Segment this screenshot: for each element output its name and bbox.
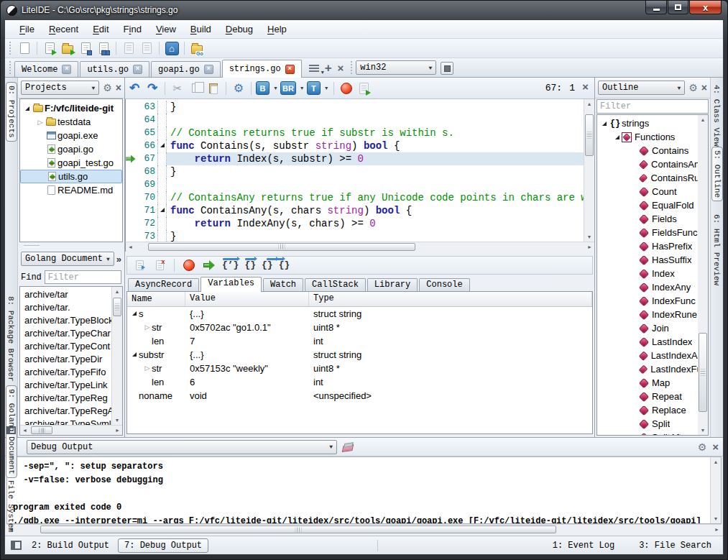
build-run-button[interactable]: BR [280,81,296,95]
panel-splitter[interactable] [18,242,124,249]
outline-item[interactable]: IndexAny [597,280,698,294]
tree-item[interactable]: F:/vfc/liteide-git [20,101,122,115]
outline-item[interactable]: Repeat [597,390,698,403]
outline-item[interactable]: FieldsFunc [597,226,698,239]
tab-close-icon[interactable]: × [285,65,295,74]
run-to-line-button[interactable]: {} [278,260,291,270]
debug-clear-button[interactable]: x [152,257,167,273]
outline-group-functions[interactable]: Functions [597,130,698,144]
variables-row[interactable]: ▷str0x57153c "weekly"uint8 * [127,362,592,375]
outline-gear-icon[interactable]: ⚙ [688,83,698,93]
list-item[interactable]: archive/tar.TypeReg [20,392,111,405]
titlebar[interactable]: LiteIDE - C:\Go\src\pkg\strings\strings.… [1,1,727,19]
scroll-left-icon[interactable]: ◄ [126,242,135,252]
scroll-left-icon[interactable]: ◄ [20,426,29,435]
debug-tab-asyncrecord[interactable]: AsyncRecord [128,278,199,291]
status-1-event-log[interactable]: 1: Event Log [547,539,620,552]
list-item[interactable]: archive/tar.TypeFifo [20,366,111,379]
outline-item[interactable]: Map [597,376,698,390]
code-editor[interactable]: 63}6465// Contains returns true if subst… [126,99,584,242]
editor-close-icon[interactable]: × [582,83,589,93]
new-file-button[interactable] [17,40,32,56]
expander-closed-icon[interactable]: ▷ [143,323,152,331]
fold-column[interactable] [157,178,167,191]
outline-item[interactable]: HasSuffix [597,253,698,267]
outline-close-icon[interactable]: × [701,83,707,93]
outline-item[interactable]: LastIndexFunc [597,362,698,376]
fold-column[interactable] [157,101,167,114]
list-item[interactable]: archive/tar. [20,301,111,314]
tree-item[interactable]: goapi_test.go [20,156,122,170]
open-file-button[interactable] [42,40,57,56]
column-header-type[interactable]: Type [309,292,592,306]
projects-close-icon[interactable]: × [116,83,121,93]
paste-button[interactable] [206,81,221,96]
scroll-thumb[interactable] [31,426,52,434]
outline-root[interactable]: {}strings [597,116,698,130]
save-button[interactable] [78,40,93,56]
code-text[interactable]: // Contains returns true if substr is wi… [167,127,584,139]
new-tab-icon[interactable]: + [325,62,332,74]
outline-item[interactable]: Replace [597,403,698,417]
code-text[interactable]: return Index(s, substr) >= 0 [167,152,584,165]
menu-file[interactable]: File [12,22,42,37]
debug-continue-button[interactable] [201,257,217,273]
tab-list-icon[interactable] [309,65,319,72]
outline-item[interactable]: LastIndexAny [597,349,698,362]
doc-combo[interactable]: Golang Document ▼ [21,252,114,266]
build-run-dropdown-icon[interactable]: ▼ [300,86,305,91]
projects-combo[interactable]: Projects ▼ [21,81,99,95]
expander-open-icon[interactable] [23,106,32,111]
code-text[interactable]: } [167,165,584,178]
list-item[interactable]: archive/tar.TypeChar [20,327,111,340]
outline-item[interactable]: SplitAfter [597,431,698,436]
target-combo[interactable]: win32 ▼ [356,60,436,75]
step-into-button[interactable]: {’} [221,260,239,270]
test-button[interactable]: T [307,81,321,95]
test-dropdown-icon[interactable]: ▼ [324,86,329,91]
step-over-button[interactable]: {} [244,260,257,270]
code-text[interactable]: // ContainsAny returns true if any Unico… [167,191,584,204]
outline-item[interactable]: IndexRune [597,308,698,321]
menu-help[interactable]: Help [260,22,294,37]
goenv-button[interactable]: Go [189,40,205,56]
scroll-up-icon[interactable]: ▲ [711,457,721,467]
debug-record-button[interactable] [132,257,147,273]
fold-column[interactable] [157,191,167,204]
close-tab-icon[interactable]: × [338,63,344,73]
debug-tab-variables[interactable]: Variables [201,277,262,292]
code-text[interactable]: return IndexAny(s, chars) >= 0 [167,217,584,230]
scroll-thumb[interactable] [699,333,707,412]
debug-tab-console[interactable]: Console [419,278,469,291]
expander-open-icon[interactable] [130,352,139,357]
variables-row[interactable]: ▷str0x5702ac "go1.0.1"uint8 * [127,321,592,334]
tree-item[interactable]: goapi.exe [20,129,122,142]
tree-item[interactable]: goapi.go [20,142,122,156]
code-line[interactable]: 73} [126,230,584,242]
code-text[interactable]: func ContainsAny(s, chars string) bool { [167,204,584,217]
maximize-button[interactable] [668,1,688,14]
fold-column[interactable] [157,127,167,139]
scroll-right-icon[interactable]: ► [585,242,594,252]
debug-tab-watch[interactable]: Watch [263,278,303,291]
dock-tab-4-class-view[interactable]: 4: Class View [711,82,722,150]
build-button[interactable]: B [256,81,269,95]
scroll-up-icon[interactable]: ▲ [699,115,708,124]
scroll-thumb[interactable] [40,525,556,533]
fold-marker-icon[interactable] [160,208,165,212]
editor-hscrollbar[interactable]: ◄ ► [125,242,594,252]
variables-row[interactable]: len7int [127,334,592,348]
list-item[interactable]: archive/tar.TypeDir [20,353,111,366]
tree-item[interactable]: utils.go [20,170,122,183]
column-header-name[interactable]: Name [127,292,185,306]
debug-tab-library[interactable]: Library [367,278,418,291]
scroll-up-icon[interactable]: ▲ [113,287,122,296]
debug-stop-button[interactable] [181,257,197,273]
open-folder-button[interactable] [60,40,75,56]
step-out-button[interactable]: {} [261,260,274,270]
stop-button[interactable] [338,81,354,96]
variables-row[interactable]: s{...}struct string [127,307,592,321]
expander-closed-icon[interactable]: ▷ [36,119,45,126]
file-properties-button[interactable] [139,40,155,56]
fold-column[interactable] [157,204,167,217]
